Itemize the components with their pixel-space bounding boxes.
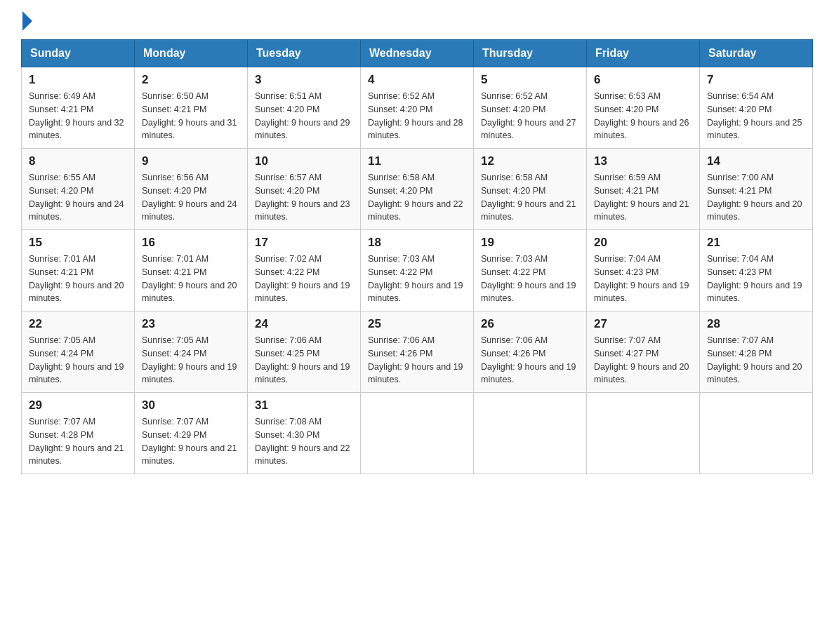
day-number: 29 <box>29 398 127 412</box>
calendar-cell: 2Sunrise: 6:50 AMSunset: 4:21 PMDaylight… <box>135 67 248 149</box>
calendar-cell: 4Sunrise: 6:52 AMSunset: 4:20 PMDaylight… <box>361 67 474 149</box>
day-number: 8 <box>29 154 127 168</box>
week-row-3: 15Sunrise: 7:01 AMSunset: 4:21 PMDayligh… <box>22 230 813 311</box>
day-number: 22 <box>29 317 127 331</box>
day-number: 10 <box>255 154 353 168</box>
page-header <box>21 14 813 27</box>
calendar-cell <box>700 393 813 474</box>
day-number: 24 <box>255 317 353 331</box>
day-info: Sunrise: 7:01 AMSunset: 4:21 PMDaylight:… <box>142 253 240 305</box>
calendar-cell: 25Sunrise: 7:06 AMSunset: 4:26 PMDayligh… <box>361 311 474 393</box>
day-number: 21 <box>707 236 805 250</box>
calendar-cell: 14Sunrise: 7:00 AMSunset: 4:21 PMDayligh… <box>700 149 813 230</box>
calendar-header-row: SundayMondayTuesdayWednesdayThursdayFrid… <box>22 40 813 67</box>
day-number: 28 <box>707 317 805 331</box>
day-info: Sunrise: 6:50 AMSunset: 4:21 PMDaylight:… <box>142 90 240 142</box>
day-number: 11 <box>368 154 466 168</box>
day-info: Sunrise: 6:52 AMSunset: 4:20 PMDaylight:… <box>481 90 579 142</box>
logo <box>21 14 32 27</box>
calendar-cell: 7Sunrise: 6:54 AMSunset: 4:20 PMDaylight… <box>700 67 813 149</box>
header-sunday: Sunday <box>22 40 135 67</box>
calendar-cell: 12Sunrise: 6:58 AMSunset: 4:20 PMDayligh… <box>474 149 587 230</box>
calendar-cell: 17Sunrise: 7:02 AMSunset: 4:22 PMDayligh… <box>248 230 361 311</box>
day-info: Sunrise: 6:58 AMSunset: 4:20 PMDaylight:… <box>368 171 466 224</box>
day-number: 16 <box>142 236 240 250</box>
header-thursday: Thursday <box>474 40 587 67</box>
day-number: 19 <box>481 236 579 250</box>
calendar-cell <box>587 393 700 474</box>
day-number: 20 <box>594 236 692 250</box>
calendar-cell <box>474 393 587 474</box>
day-info: Sunrise: 7:01 AMSunset: 4:21 PMDaylight:… <box>29 253 127 305</box>
calendar-cell: 15Sunrise: 7:01 AMSunset: 4:21 PMDayligh… <box>22 230 135 311</box>
day-info: Sunrise: 6:58 AMSunset: 4:20 PMDaylight:… <box>481 171 579 224</box>
day-number: 2 <box>142 73 240 87</box>
day-number: 30 <box>142 398 240 412</box>
day-info: Sunrise: 7:02 AMSunset: 4:22 PMDaylight:… <box>255 253 353 305</box>
calendar-cell: 29Sunrise: 7:07 AMSunset: 4:28 PMDayligh… <box>22 393 135 474</box>
day-number: 3 <box>255 73 353 87</box>
day-number: 4 <box>368 73 466 87</box>
calendar-cell: 1Sunrise: 6:49 AMSunset: 4:21 PMDaylight… <box>22 67 135 149</box>
day-info: Sunrise: 6:53 AMSunset: 4:20 PMDaylight:… <box>594 90 692 142</box>
calendar-cell: 31Sunrise: 7:08 AMSunset: 4:30 PMDayligh… <box>248 393 361 474</box>
calendar-cell: 5Sunrise: 6:52 AMSunset: 4:20 PMDaylight… <box>474 67 587 149</box>
calendar-cell: 30Sunrise: 7:07 AMSunset: 4:29 PMDayligh… <box>135 393 248 474</box>
header-tuesday: Tuesday <box>248 40 361 67</box>
week-row-2: 8Sunrise: 6:55 AMSunset: 4:20 PMDaylight… <box>22 149 813 230</box>
day-number: 31 <box>255 398 353 412</box>
calendar-cell: 22Sunrise: 7:05 AMSunset: 4:24 PMDayligh… <box>22 311 135 393</box>
day-number: 14 <box>707 154 805 168</box>
day-info: Sunrise: 7:05 AMSunset: 4:24 PMDaylight:… <box>142 334 240 387</box>
day-info: Sunrise: 7:07 AMSunset: 4:29 PMDaylight:… <box>142 415 240 468</box>
calendar-cell: 28Sunrise: 7:07 AMSunset: 4:28 PMDayligh… <box>700 311 813 393</box>
day-number: 25 <box>368 317 466 331</box>
calendar-cell: 24Sunrise: 7:06 AMSunset: 4:25 PMDayligh… <box>248 311 361 393</box>
day-number: 17 <box>255 236 353 250</box>
day-number: 23 <box>142 317 240 331</box>
day-info: Sunrise: 7:05 AMSunset: 4:24 PMDaylight:… <box>29 334 127 387</box>
header-monday: Monday <box>135 40 248 67</box>
day-number: 27 <box>594 317 692 331</box>
logo-arrow-icon <box>22 11 32 31</box>
day-info: Sunrise: 6:49 AMSunset: 4:21 PMDaylight:… <box>29 90 127 142</box>
header-saturday: Saturday <box>700 40 813 67</box>
day-info: Sunrise: 7:06 AMSunset: 4:26 PMDaylight:… <box>481 334 579 387</box>
day-info: Sunrise: 7:03 AMSunset: 4:22 PMDaylight:… <box>481 253 579 305</box>
calendar-cell: 6Sunrise: 6:53 AMSunset: 4:20 PMDaylight… <box>587 67 700 149</box>
day-info: Sunrise: 7:04 AMSunset: 4:23 PMDaylight:… <box>594 253 692 305</box>
calendar-cell: 3Sunrise: 6:51 AMSunset: 4:20 PMDaylight… <box>248 67 361 149</box>
calendar-cell: 23Sunrise: 7:05 AMSunset: 4:24 PMDayligh… <box>135 311 248 393</box>
day-info: Sunrise: 6:59 AMSunset: 4:21 PMDaylight:… <box>594 171 692 224</box>
day-number: 9 <box>142 154 240 168</box>
day-info: Sunrise: 7:06 AMSunset: 4:25 PMDaylight:… <box>255 334 353 387</box>
day-info: Sunrise: 6:55 AMSunset: 4:20 PMDaylight:… <box>29 171 127 224</box>
day-number: 6 <box>594 73 692 87</box>
calendar-cell: 11Sunrise: 6:58 AMSunset: 4:20 PMDayligh… <box>361 149 474 230</box>
day-info: Sunrise: 6:56 AMSunset: 4:20 PMDaylight:… <box>142 171 240 224</box>
calendar-cell: 20Sunrise: 7:04 AMSunset: 4:23 PMDayligh… <box>587 230 700 311</box>
day-number: 18 <box>368 236 466 250</box>
day-info: Sunrise: 6:57 AMSunset: 4:20 PMDaylight:… <box>255 171 353 224</box>
day-info: Sunrise: 7:00 AMSunset: 4:21 PMDaylight:… <box>707 171 805 224</box>
calendar-cell: 9Sunrise: 6:56 AMSunset: 4:20 PMDaylight… <box>135 149 248 230</box>
week-row-5: 29Sunrise: 7:07 AMSunset: 4:28 PMDayligh… <box>22 393 813 474</box>
calendar-cell: 16Sunrise: 7:01 AMSunset: 4:21 PMDayligh… <box>135 230 248 311</box>
calendar-cell: 18Sunrise: 7:03 AMSunset: 4:22 PMDayligh… <box>361 230 474 311</box>
day-number: 26 <box>481 317 579 331</box>
day-info: Sunrise: 7:07 AMSunset: 4:28 PMDaylight:… <box>29 415 127 468</box>
header-wednesday: Wednesday <box>361 40 474 67</box>
calendar-cell: 10Sunrise: 6:57 AMSunset: 4:20 PMDayligh… <box>248 149 361 230</box>
week-row-1: 1Sunrise: 6:49 AMSunset: 4:21 PMDaylight… <box>22 67 813 149</box>
calendar-cell <box>361 393 474 474</box>
day-number: 1 <box>29 73 127 87</box>
header-friday: Friday <box>587 40 700 67</box>
calendar-cell: 27Sunrise: 7:07 AMSunset: 4:27 PMDayligh… <box>587 311 700 393</box>
day-info: Sunrise: 6:52 AMSunset: 4:20 PMDaylight:… <box>368 90 466 142</box>
calendar-table: SundayMondayTuesdayWednesdayThursdayFrid… <box>21 39 813 474</box>
day-info: Sunrise: 7:08 AMSunset: 4:30 PMDaylight:… <box>255 415 353 468</box>
day-number: 12 <box>481 154 579 168</box>
calendar-cell: 13Sunrise: 6:59 AMSunset: 4:21 PMDayligh… <box>587 149 700 230</box>
week-row-4: 22Sunrise: 7:05 AMSunset: 4:24 PMDayligh… <box>22 311 813 393</box>
day-number: 5 <box>481 73 579 87</box>
